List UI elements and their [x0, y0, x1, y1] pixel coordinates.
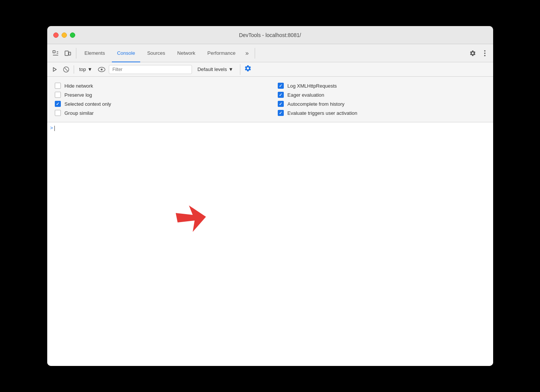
- title-bar: DevTools - localhost:8081/: [47, 26, 493, 44]
- option-selected-context[interactable]: Selected context only: [55, 99, 263, 108]
- tab-network[interactable]: Network: [172, 44, 201, 62]
- tab-console[interactable]: Console: [112, 44, 141, 62]
- tab-performance[interactable]: Performance: [202, 44, 241, 62]
- log-xml-checkbox[interactable]: [278, 83, 284, 89]
- maximize-button[interactable]: [70, 32, 75, 38]
- option-log-xml[interactable]: Log XMLHttpRequests: [278, 81, 486, 90]
- svg-rect-1: [65, 51, 68, 56]
- devtools-window: DevTools - localhost:8081/ Elements Cons…: [47, 26, 493, 366]
- autocomplete-checkbox[interactable]: [278, 101, 284, 107]
- prompt-arrow-icon: >: [50, 125, 53, 131]
- console-cursor: [54, 126, 55, 131]
- hide-network-checkbox[interactable]: [55, 83, 61, 89]
- levels-divider: [240, 64, 240, 75]
- toolbar-right: [467, 48, 490, 59]
- red-arrow-annotation: [176, 205, 206, 232]
- options-panel: Hide network Preserve log Selected conte…: [47, 77, 493, 122]
- preserve-log-checkbox[interactable]: [55, 92, 61, 98]
- filter-input[interactable]: [109, 65, 192, 74]
- clear-console-icon[interactable]: [62, 65, 71, 74]
- option-eager-eval[interactable]: Eager evaluation: [278, 90, 486, 99]
- svg-marker-11: [176, 205, 206, 232]
- console-sidebar-icon[interactable]: [50, 65, 59, 74]
- tab-bar: Elements Console Sources Network Perform…: [47, 44, 493, 62]
- option-autocomplete[interactable]: Autocomplete from history: [278, 99, 486, 108]
- console-settings-icon[interactable]: [244, 65, 252, 74]
- more-options-button[interactable]: [480, 48, 490, 59]
- inspector-icon[interactable]: [50, 48, 61, 59]
- window-title: DevTools - localhost:8081/: [239, 32, 301, 38]
- eager-eval-checkbox[interactable]: [278, 92, 284, 98]
- toolbar-divider-2: [255, 48, 255, 59]
- svg-rect-2: [69, 52, 71, 55]
- svg-line-8: [65, 68, 68, 71]
- svg-point-4: [484, 52, 486, 54]
- toolbar-divider-1: [76, 48, 76, 59]
- options-left-column: Hide network Preserve log Selected conte…: [55, 81, 263, 117]
- tab-elements[interactable]: Elements: [79, 44, 110, 62]
- traffic-lights: [53, 32, 75, 38]
- svg-point-10: [101, 68, 103, 70]
- default-levels-button[interactable]: Default levels ▼: [194, 66, 236, 73]
- svg-point-3: [484, 50, 486, 51]
- selected-context-checkbox[interactable]: [55, 101, 61, 107]
- group-similar-checkbox[interactable]: [55, 110, 61, 116]
- option-eval-triggers[interactable]: Evaluate triggers user activation: [278, 108, 486, 117]
- eval-triggers-checkbox[interactable]: [278, 110, 284, 116]
- svg-point-5: [484, 55, 486, 56]
- console-bar-divider: [74, 65, 74, 74]
- more-tabs-button[interactable]: »: [242, 47, 252, 60]
- options-right-column: Log XMLHttpRequests Eager evaluation Aut…: [278, 81, 486, 117]
- close-button[interactable]: [53, 32, 59, 38]
- svg-rect-0: [53, 51, 55, 53]
- live-expressions-icon[interactable]: [97, 65, 107, 74]
- settings-button[interactable]: [467, 48, 478, 59]
- device-toolbar-icon[interactable]: [62, 48, 73, 59]
- context-selector[interactable]: top ▼: [77, 66, 95, 73]
- tab-sources[interactable]: Sources: [142, 44, 170, 62]
- console-area[interactable]: >: [47, 122, 493, 366]
- svg-marker-6: [53, 68, 56, 71]
- console-prompt: >: [50, 125, 490, 131]
- minimize-button[interactable]: [62, 32, 67, 38]
- option-preserve-log[interactable]: Preserve log: [55, 90, 263, 99]
- console-bar: top ▼ Default levels ▼: [47, 62, 493, 77]
- option-hide-network[interactable]: Hide network: [55, 81, 263, 90]
- option-group-similar[interactable]: Group similar: [55, 108, 263, 117]
